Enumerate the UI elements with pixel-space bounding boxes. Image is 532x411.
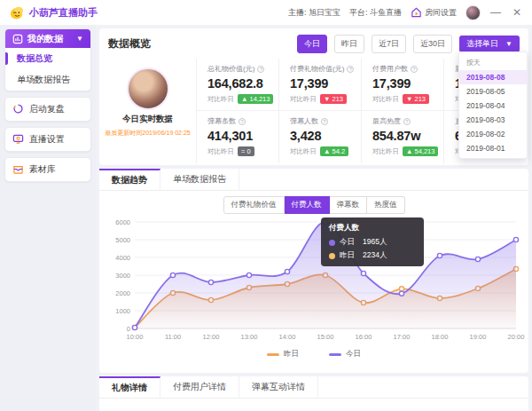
detail-tab[interactable]: 礼物详情 — [99, 376, 160, 398]
library-icon — [12, 163, 24, 177]
stat-compare: 对比昨日= 0 — [207, 146, 278, 156]
trend-tab[interactable]: 数据趋势 — [99, 169, 160, 190]
svg-text:17:00: 17:00 — [394, 333, 411, 341]
stat-value: 854.87w — [372, 129, 443, 143]
stat-compare: 对比昨日▼ 213 — [290, 94, 361, 104]
range-button[interactable]: 今日 — [297, 35, 327, 53]
svg-text:1000: 1000 — [115, 307, 130, 315]
platform-info: 平台: 斗鱼直播 — [349, 7, 402, 19]
data-chart-icon — [12, 34, 23, 44]
metric-chip[interactable]: 付费礼物价值 — [223, 196, 285, 214]
date-option[interactable]: 2019-08-02 — [459, 127, 527, 141]
trend-tab[interactable]: 单场数据报告 — [160, 169, 239, 190]
sidebar-item[interactable]: 启动复盘 — [5, 98, 90, 121]
stat-value: 3,428 — [290, 129, 361, 143]
legend-dash — [329, 353, 341, 356]
date-option[interactable]: 2019-08-03 — [459, 113, 527, 127]
range-button[interactable]: 近7日 — [372, 35, 406, 53]
tooltip-row: 今日1965人 — [329, 237, 416, 248]
info-icon[interactable]: ? — [239, 118, 246, 125]
metric-chip[interactable]: 付费人数 — [285, 196, 330, 214]
info-icon[interactable]: ? — [403, 118, 411, 125]
sidebar-item-active[interactable]: 数据总览 — [5, 48, 90, 69]
svg-text:5000: 5000 — [115, 236, 130, 244]
svg-text:19:00: 19:00 — [470, 333, 487, 341]
svg-text:13:00: 13:00 — [241, 333, 258, 341]
stat-compare: 对比昨日▲ 54.2 — [290, 146, 361, 156]
stat-label: 付费用户数? — [372, 64, 443, 74]
detail-tab[interactable]: 弹幕互动详情 — [239, 376, 318, 398]
chevron-down-icon: ▼ — [505, 40, 512, 48]
compare-badge: = 0 — [238, 146, 254, 156]
svg-text:3000: 3000 — [115, 272, 130, 280]
info-icon[interactable]: ? — [257, 66, 264, 73]
tooltip-row: 昨日2234人 — [329, 250, 416, 261]
stat-label: 弹幕人数? — [290, 116, 361, 126]
compare-badge: ▲ 54.2 — [320, 146, 348, 156]
svg-text:10:00: 10:00 — [127, 333, 144, 341]
sidebar-group-my-data: 我的数据 ▼ 数据总览单场数据报告 — [4, 28, 91, 91]
realtime-data-label: 今日实时数据 — [99, 114, 196, 125]
dropdown-header: 按天 — [459, 55, 527, 70]
profile-card: 今日实时数据 最后更新时间2019/06/19 02:25 — [99, 59, 197, 163]
stat-card: 付费礼物价值(元)?17,399对比昨日▼ 213 — [279, 59, 362, 111]
metric-chip[interactable]: 弹幕数 — [330, 196, 368, 214]
date-option[interactable]: 2019-08-05 — [459, 84, 527, 99]
svg-text:12:00: 12:00 — [203, 333, 220, 341]
date-option[interactable]: 2019-08-01 — [459, 141, 527, 155]
app-logo-icon — [9, 6, 24, 20]
monitor-icon — [12, 133, 24, 146]
legend-item[interactable]: 今日 — [329, 349, 361, 360]
stat-label: 最高热度? — [372, 116, 443, 126]
date-dropdown: 按天 2019-08-082019-08-052019-08-042019-08… — [458, 51, 528, 159]
last-updated-text: 最后更新时间2019/06/19 02:25 — [99, 129, 196, 138]
stat-value: 17,399 — [290, 76, 361, 91]
streamer-avatar — [127, 67, 169, 110]
room-settings-button[interactable]: 房间设置 — [411, 7, 457, 19]
svg-text:16:00: 16:00 — [356, 333, 372, 341]
sidebar-item-plain[interactable]: 单场数据报告 — [5, 69, 90, 91]
sidebar-item[interactable]: 素材库 — [5, 158, 90, 181]
series-dot — [329, 253, 335, 259]
minimize-button[interactable]: — — [489, 6, 502, 19]
info-icon[interactable]: ? — [411, 66, 418, 73]
svg-text:6000: 6000 — [115, 218, 130, 226]
info-icon[interactable]: ? — [347, 66, 354, 73]
info-icon[interactable]: ? — [321, 118, 328, 125]
stat-card: 付费用户数?17,399对比昨日▼ 213 — [362, 59, 444, 111]
sidebar: 我的数据 ▼ 数据总览单场数据报告 启动复盘直播设置素材库 — [0, 25, 96, 411]
stat-label: 付费礼物价值(元)? — [290, 64, 361, 74]
house-icon — [411, 7, 422, 18]
sidebar-item-label: 直播设置 — [29, 133, 65, 146]
legend-item[interactable]: 昨日 — [267, 349, 299, 360]
stat-label: 弹幕条数? — [207, 116, 278, 126]
sidebar-item[interactable]: 直播设置 — [5, 128, 90, 151]
date-option[interactable]: 2019-08-08 — [459, 70, 527, 84]
metric-chip[interactable]: 热度值 — [367, 196, 405, 214]
stat-value: 17,399 — [372, 76, 443, 91]
chart-tooltip: 付费人数 今日1965人昨日2234人 — [321, 217, 424, 266]
svg-text:4000: 4000 — [115, 254, 130, 262]
range-button[interactable]: 近30日 — [413, 35, 452, 53]
compare-badge: ▲ 14,213 — [238, 94, 273, 104]
anchor-info: 主播: 旭日宝宝 — [288, 7, 340, 19]
svg-text:2000: 2000 — [115, 289, 130, 297]
svg-text:0: 0 — [127, 325, 130, 333]
sidebar-item-label: 素材库 — [29, 163, 56, 176]
date-option[interactable]: 2019-08-04 — [459, 99, 527, 113]
stat-compare: 对比昨日▲ 54,213 — [372, 146, 443, 156]
close-button[interactable]: ✕ — [511, 6, 523, 19]
user-avatar[interactable] — [466, 5, 481, 20]
stat-card: 最高热度?854.87w对比昨日▲ 54,213 — [362, 111, 444, 163]
select-single-day-button[interactable]: 选择单日 ▼ — [459, 36, 520, 52]
stat-value: 164,682.8 — [207, 76, 278, 91]
stat-card: 弹幕条数?414,301对比昨日= 0 — [197, 111, 279, 163]
detail-tab[interactable]: 付费用户详情 — [160, 376, 239, 398]
svg-text:14:00: 14:00 — [279, 333, 296, 341]
detail-panel: 礼物详情付费用户详情弹幕互动详情 — [99, 376, 528, 411]
range-button[interactable]: 昨日 — [334, 35, 364, 53]
legend-dash — [267, 353, 279, 356]
compare-badge: ▼ 213 — [403, 94, 429, 104]
sidebar-group-header[interactable]: 我的数据 ▼ — [5, 29, 90, 48]
trend-chart[interactable]: 010002000300040005000600010:0011:0012:00… — [103, 215, 527, 346]
